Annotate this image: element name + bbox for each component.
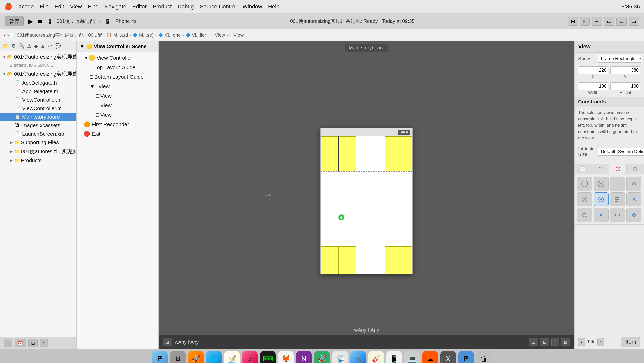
x-input[interactable] [578,66,608,74]
menu-debug[interactable]: Debug [178,4,194,10]
height-input[interactable] [610,82,641,90]
scene-item-viewcontroller[interactable]: ▼ 🟡 View Controller [77,53,158,63]
sidebar-item-appdelegate-h[interactable]: 📄 AppDelegate.h [0,79,76,87]
dock-trash[interactable]: 🗑 [476,351,492,363]
stop-button[interactable]: 暂停 [5,16,24,26]
breadcrumb-1[interactable]: 00...配 [88,32,102,38]
icon-cell-12[interactable] [626,208,641,222]
apple-menu[interactable]: 🍎 [4,3,12,10]
share-button[interactable]: ↑ [40,339,48,347]
dock-instruments[interactable]: 🎸 [368,351,384,363]
sidebar-item-images[interactable]: 🖼 Images.xcassets [0,121,76,130]
scene-item-view2[interactable]: □ View [77,101,158,110]
tab-quick-help[interactable]: ? [592,164,609,174]
scene-expand-arrow[interactable]: ▼ [80,44,85,50]
menu-xcode[interactable]: Xcode [18,4,34,10]
dock-soundcloud[interactable]: ☁ [422,351,438,363]
sidebar-item-viewcontroller-m[interactable]: 📄 ViewController.m [0,104,76,113]
dock-finder[interactable]: 🖥 [152,351,168,363]
nav-back-button[interactable]: ‹ [4,32,6,38]
scene-item-view1[interactable]: □ View [77,91,158,101]
clock-button[interactable]: ⏰ [15,339,26,347]
halt-button[interactable]: ⏹ [37,18,43,25]
menu-file[interactable]: File [40,4,48,10]
scene-item-top-layout[interactable]: □ Top Layout Guide [77,63,158,72]
dock-terminal[interactable]: ⌨ [260,351,276,363]
breakpoint-icon[interactable]: ◆ [34,43,38,49]
canvas-tool-1[interactable]: ⊡ [529,338,538,346]
dock-screen-sharing[interactable]: 🖥 [458,351,474,363]
dashed-area[interactable]: + [321,172,412,246]
layout-toggle-button[interactable]: ⊞ [568,17,578,26]
view-yellow-4[interactable] [321,246,338,274]
icon-cell-10[interactable] [594,208,609,222]
dock-filezilla[interactable]: 📡 [332,351,348,363]
scene-item-first-responder[interactable]: 🟠 First Responder [77,120,158,129]
menu-find[interactable]: Find [88,4,99,10]
dock-simulator[interactable]: 📱 [386,351,402,363]
breadcrumb-6[interactable]: View [215,32,225,38]
play-button[interactable]: ▶ [28,17,33,26]
sidebar-item-appdelegate-m[interactable]: 📄 AppDelegate.m [0,87,76,96]
scene-item-exit[interactable]: 🔴 Exit [77,129,158,139]
canvas-tool-2[interactable]: ⊞ [540,338,549,346]
scene-item-bottom-layout[interactable]: □ Bottom Layout Guide [77,72,158,82]
icon-cell-8[interactable] [626,192,641,206]
dock-xcode[interactable]: 🔨 [350,351,366,363]
item-badge[interactable]: Item [621,337,640,347]
breadcrumb-project[interactable]: 001使autoresizing实现屏幕适配 [17,32,84,38]
grid-button[interactable]: ⊞ [28,339,38,347]
dock-firefox[interactable]: 🦊 [278,351,294,363]
icon-cell-9[interactable] [577,208,592,222]
git-icon[interactable]: ⚙ [11,43,16,49]
dock-xquartz[interactable]: X [440,351,456,363]
scene-item-view[interactable]: ▼ □ View [77,82,158,91]
inspector-toggle-button[interactable]: ▭ [629,17,639,26]
view-yellow-3[interactable] [385,136,412,172]
tab-identity[interactable]: 🎯 [609,164,627,174]
dock-preferences[interactable]: ⚙ [170,351,186,363]
sidebar-item-viewcontroller-h[interactable]: 📄 ViewController.h [0,96,76,104]
scheme-selector[interactable]: 001使…屏幕适配 [57,18,95,25]
view-yellow-5[interactable] [338,246,356,274]
menu-source-control[interactable]: Source Control [200,4,237,10]
tab-attributes[interactable]: ⊞ [627,164,644,174]
icon-cell-1[interactable] [577,177,592,191]
dock-notes[interactable]: 📝 [224,351,240,363]
warning-icon[interactable]: ⚠ [27,43,32,49]
debug-toggle-button[interactable]: ▭ [616,17,627,26]
menu-view[interactable]: View [70,4,82,10]
canvas-tool-4[interactable]: ⊠ [561,338,570,346]
canvas-zoom-button[interactable]: ⊞ [163,338,172,346]
menu-help[interactable]: Help [268,4,279,10]
device-selector[interactable]: iPhone 4s [114,18,137,24]
sidebar-item-project[interactable]: ▼ 📂 001使autoresizing实现屏幕适配 [0,52,76,62]
debug-icon[interactable]: 💬 [55,43,61,49]
menu-window[interactable]: Window [243,4,262,10]
version-editor-button[interactable]: ↔ [592,17,602,26]
menu-product[interactable]: Product [153,4,172,10]
breadcrumb-2[interactable]: M...ard [113,32,128,38]
breadcrumb-3[interactable]: M...se) [139,32,154,38]
breadcrumb-4[interactable]: Vi...ene [165,32,181,38]
icon-cell-6[interactable] [594,192,609,206]
sidebar-item-launchscreen[interactable]: 📄 LaunchScreen.xib [0,130,76,138]
icon-cell-5[interactable] [577,192,592,206]
dock-safari[interactable]: 🌐 [206,351,222,363]
intrinsic-select[interactable]: Default (System Defined) [598,148,644,156]
search-icon[interactable]: 🔍 [18,43,25,49]
folder-icon[interactable]: 📁 [3,43,9,49]
canvas[interactable]: Main.storyboard → ■■■ + [159,41,574,349]
dock-vmware[interactable]: 💻 [404,351,420,363]
show-select[interactable]: Frame Rectangle [598,55,642,63]
back-nav-button[interactable]: ‹ [578,338,585,346]
icon-cell-7[interactable] [610,192,625,206]
scene-item-view3[interactable]: □ View [77,110,158,120]
view-yellow-1[interactable] [321,136,338,172]
sidebar-item-supporting-files[interactable]: ▶ 📁 Supporting Files [0,138,76,147]
nav-forward-button[interactable]: › [7,32,9,38]
breadcrumb-7[interactable]: View [233,32,244,38]
navigator-toggle-button[interactable]: ▭ [604,17,614,26]
icon-cell-4[interactable] [626,177,641,191]
report-icon[interactable]: ▲ [40,43,45,49]
